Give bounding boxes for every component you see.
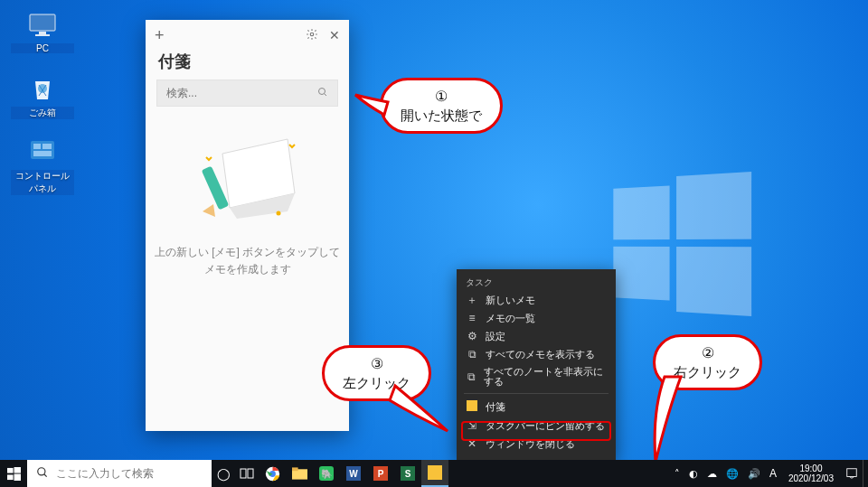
jump-item-new-note[interactable]: ＋新しいメモ <box>457 291 616 309</box>
sticky-title: 付箋 <box>146 51 349 80</box>
svg-rect-7 <box>33 151 52 156</box>
jump-item-icon: ⧉ <box>466 371 476 382</box>
svg-point-20 <box>38 467 45 474</box>
empty-state-illustration <box>193 130 302 229</box>
callout-1: ① 開いた状態で <box>380 78 503 134</box>
tray-network-icon[interactable]: 🌐 <box>722 460 743 487</box>
jump-item-label: タスクバーにピン留めする <box>486 421 605 431</box>
taskbar-app-explorer[interactable] <box>286 460 313 487</box>
svg-rect-5 <box>33 144 41 149</box>
svg-rect-6 <box>42 144 52 149</box>
svg-rect-19 <box>14 473 21 481</box>
jump-item-label: ウィンドウを閉じる <box>486 439 575 449</box>
taskbar: ◯ 🐘 W P S ˄ ◐ ☁ 🌐 🔊 A 19:00 2020/12/03 <box>0 460 868 487</box>
tray-people-icon[interactable]: ◐ <box>684 460 703 487</box>
jump-item-label: すべてのノートを非表示にする <box>484 367 607 387</box>
empty-state-hint-line1: 上の新しい [メモ] ボタンをタップして <box>146 244 349 261</box>
jump-item-show-all[interactable]: ⧉すべてのメモを表示する <box>457 345 616 363</box>
jump-item-label: すべてのメモを表示する <box>486 350 595 360</box>
taskbar-app-powerpoint[interactable]: P <box>367 460 394 487</box>
show-desktop-button[interactable] <box>863 460 868 487</box>
taskbar-jumplist: タスク ＋新しいメモ≡メモの一覧⚙設定⧉すべてのメモを表示する⧉すべてのノートを… <box>457 269 616 460</box>
svg-point-9 <box>319 88 326 94</box>
tray-notifications-icon[interactable] <box>841 460 863 487</box>
svg-rect-18 <box>7 474 14 480</box>
tray-date: 2020/12/03 <box>788 473 834 483</box>
wallpaper-windows-logo <box>613 172 751 316</box>
jump-item-label: 新しいメモ <box>486 295 535 305</box>
taskbar-app-word[interactable]: W <box>340 460 367 487</box>
desktop-icon-label: ごみ箱 <box>11 107 74 119</box>
jump-item-settings[interactable]: ⚙設定 <box>457 327 616 345</box>
svg-rect-23 <box>248 469 253 478</box>
pin-icon: ⇲ <box>466 420 478 431</box>
jump-item-note-list[interactable]: ≡メモの一覧 <box>457 309 616 327</box>
start-button[interactable] <box>0 460 27 487</box>
svg-marker-14 <box>203 204 215 217</box>
monitor-icon <box>26 9 59 42</box>
tray-time: 19:00 <box>799 464 822 473</box>
jump-item-icon: ＋ <box>466 295 478 305</box>
system-tray: ˄ ◐ ☁ 🌐 🔊 A 19:00 2020/12/03 <box>670 460 868 487</box>
tray-clock[interactable]: 19:00 2020/12/03 <box>781 460 841 487</box>
control-panel-icon <box>26 136 59 168</box>
sticky-app-icon <box>466 400 478 413</box>
svg-line-10 <box>325 93 327 96</box>
taskbar-search[interactable] <box>27 460 212 487</box>
svg-rect-22 <box>241 469 246 478</box>
jump-item-icon: ⚙ <box>466 331 478 342</box>
jump-item-icon: ≡ <box>466 313 478 323</box>
svg-point-8 <box>310 33 314 36</box>
taskbar-app-excel[interactable]: S <box>394 460 421 487</box>
sticky-search-box[interactable] <box>156 80 338 107</box>
callout-2: ② 右クリック <box>653 334 762 390</box>
jump-item-icon: ⧉ <box>466 349 478 360</box>
svg-rect-28 <box>847 469 857 477</box>
svg-line-21 <box>44 473 47 476</box>
svg-rect-16 <box>7 467 14 473</box>
desktop-icon-label: PC <box>11 43 74 53</box>
desktop-icon-pc[interactable]: PC <box>11 9 74 53</box>
svg-rect-2 <box>35 34 50 36</box>
tray-chevron-up-icon[interactable]: ˄ <box>670 460 684 487</box>
tray-volume-icon[interactable]: 🔊 <box>743 460 765 487</box>
taskbar-search-input[interactable] <box>56 467 203 480</box>
jump-item-close-window[interactable]: ✕ ウィンドウを閉じる <box>457 435 616 453</box>
svg-point-15 <box>276 211 280 216</box>
desktop-icon-recycle-bin[interactable]: ごみ箱 <box>11 72 74 119</box>
jumplist-section-title: タスク <box>457 273 616 291</box>
desktop-icon-label: コントロール パネル <box>11 170 74 195</box>
svg-rect-27 <box>292 467 298 471</box>
svg-point-3 <box>38 84 47 93</box>
settings-button[interactable] <box>306 28 318 43</box>
empty-state-hint-line2: メモを作成します <box>146 261 349 278</box>
svg-rect-1 <box>39 32 46 34</box>
desktop-icon-control-panel[interactable]: コントロール パネル <box>11 136 74 195</box>
taskbar-app-evernote[interactable]: 🐘 <box>313 460 340 487</box>
jump-item-label: 付箋 <box>486 402 505 412</box>
jump-item-label: メモの一覧 <box>486 314 535 323</box>
close-icon: ✕ <box>466 438 478 449</box>
recycle-bin-icon <box>26 72 59 105</box>
search-icon <box>36 466 49 482</box>
sticky-titlebar: + ✕ <box>146 20 349 51</box>
sticky-search-input[interactable] <box>166 87 317 99</box>
close-button[interactable]: ✕ <box>329 28 340 42</box>
sticky-notes-window: + ✕ 付箋 <box>146 20 349 431</box>
jump-item-hide-all[interactable]: ⧉すべてのノートを非表示にする <box>457 363 616 390</box>
cortana-button[interactable]: ◯ <box>212 460 235 487</box>
jump-item-label: 設定 <box>486 332 505 342</box>
search-icon <box>317 87 328 100</box>
tray-onedrive-icon[interactable]: ☁ <box>703 460 722 487</box>
tray-ime-indicator[interactable]: A <box>765 460 781 487</box>
jump-item-pin[interactable]: ⇲ タスクバーにピン留めする <box>457 417 616 435</box>
taskbar-app-chrome[interactable] <box>259 460 286 487</box>
jump-item-app[interactable]: 付箋 <box>457 397 616 417</box>
svg-rect-17 <box>14 467 21 473</box>
new-note-button[interactable]: + <box>155 26 165 45</box>
taskbar-app-sticky-notes[interactable] <box>421 460 448 487</box>
svg-rect-0 <box>30 14 55 31</box>
task-view-button[interactable] <box>235 460 259 487</box>
